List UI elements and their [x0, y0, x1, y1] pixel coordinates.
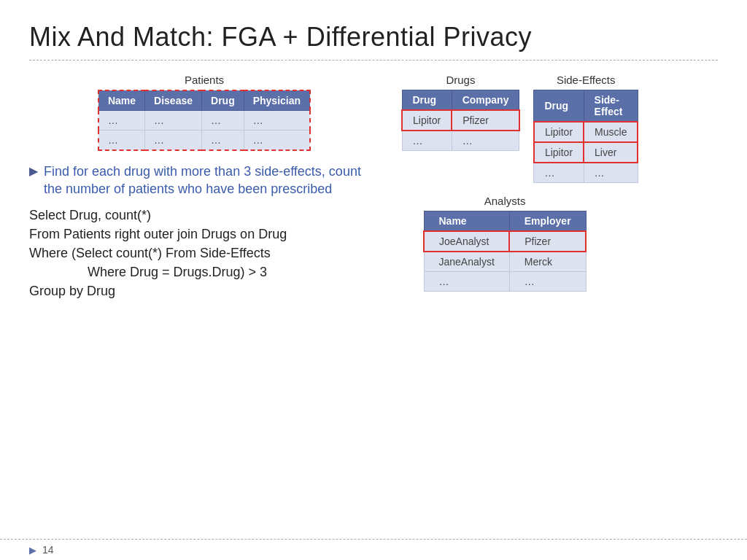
content-area: Patients Name Disease Drug Physician …	[29, 74, 718, 300]
cell: …	[584, 163, 638, 183]
query-section: Select Drug, count(*) From Patients righ…	[29, 206, 379, 300]
analysts-label: Analysts	[484, 195, 526, 207]
cell: …	[98, 111, 145, 131]
slide-title: Mix And Match: FGA + Differential Privac…	[29, 22, 718, 52]
analysts-col-employer: Employer	[509, 211, 586, 232]
cell: Merck	[509, 252, 586, 272]
cell: …	[534, 163, 584, 183]
table-row: … …	[402, 131, 519, 151]
patients-col-physician: Physician	[244, 90, 310, 111]
cell: …	[424, 272, 509, 292]
cell: …	[145, 111, 202, 131]
patients-table: Name Disease Drug Physician … … … …	[98, 90, 311, 151]
analysts-table: Name Employer JoeAnalyst Pfizer JaneAnal…	[423, 211, 587, 292]
side-effects-table: Drug Side-Effect Lipitor Muscle Lipitor	[533, 90, 639, 183]
table-row: … … … …	[98, 111, 310, 131]
cell: Lipitor	[402, 110, 452, 131]
side-effects-group: Side-Effects Drug Side-Effect Lipitor Mu…	[533, 74, 639, 183]
slide-number: 14	[42, 544, 54, 556]
right-section: Drugs Drug Company Lipitor Pfizer	[401, 74, 718, 292]
table-row: JaneAnalyst Merck	[424, 252, 586, 272]
drugs-group: Drugs Drug Company Lipitor Pfizer	[401, 74, 520, 151]
table-row: Lipitor Muscle	[534, 122, 638, 142]
table-row: … …	[534, 163, 638, 183]
analysts-col-name: Name	[424, 211, 509, 232]
table-row: JoeAnalyst Pfizer	[424, 231, 586, 252]
cell: …	[402, 131, 452, 151]
query-line-3: Where (Select count(*) From Side-Effects	[29, 244, 379, 262]
table-row: … … … …	[98, 131, 310, 151]
cell: Muscle	[584, 122, 638, 142]
table-row: … …	[424, 272, 586, 292]
side-effects-label: Side-Effects	[557, 74, 616, 86]
slide: Mix And Match: FGA + Differential Privac…	[0, 0, 747, 560]
bottom-bar: ▶ 14	[0, 539, 747, 560]
patients-col-disease: Disease	[145, 90, 202, 111]
cell: …	[509, 272, 586, 292]
cell: JaneAnalyst	[424, 252, 509, 272]
query-line-5: Group by Drug	[29, 281, 379, 300]
cell: …	[202, 131, 244, 151]
table-row: Lipitor Pfizer	[402, 110, 519, 131]
cell: Lipitor	[534, 122, 584, 142]
right-tables-top: Drugs Drug Company Lipitor Pfizer	[401, 74, 718, 183]
slide-arrow-icon: ▶	[29, 545, 36, 556]
se-col-drug: Drug	[534, 90, 584, 122]
table-row: Lipitor Liver	[534, 142, 638, 163]
drugs-col-company: Company	[452, 90, 519, 111]
drugs-label: Drugs	[446, 74, 475, 86]
cell: Lipitor	[534, 142, 584, 163]
cell: Pfizer	[452, 110, 519, 131]
cell: …	[244, 131, 310, 151]
top-divider	[29, 60, 718, 61]
patients-col-drug: Drug	[202, 90, 244, 111]
bullet-text: Find for each drug with more than 3 side…	[44, 163, 379, 198]
drugs-table: Drug Company Lipitor Pfizer … …	[401, 90, 520, 151]
analysts-group: Analysts Name Employer JoeAnalyst Pfizer	[423, 195, 587, 292]
query-line-1: Select Drug, count(*)	[29, 206, 379, 225]
patients-label: Patients	[185, 74, 224, 86]
cell: …	[202, 111, 244, 131]
query-line-2: From Patients right outer join Drugs on …	[29, 225, 379, 244]
cell: …	[98, 131, 145, 151]
bullet-section: ▶ Find for each drug with more than 3 si…	[29, 163, 379, 198]
cell: …	[145, 131, 202, 151]
patients-group: Patients Name Disease Drug Physician …	[29, 74, 379, 151]
bullet-item: ▶ Find for each drug with more than 3 si…	[29, 163, 379, 198]
left-section: Patients Name Disease Drug Physician …	[29, 74, 379, 300]
cell: …	[452, 131, 519, 151]
cell: JoeAnalyst	[424, 231, 509, 252]
drugs-col-drug: Drug	[402, 90, 452, 111]
cell: …	[244, 111, 310, 131]
se-col-effect: Side-Effect	[584, 90, 638, 122]
query-line-4: Where Drug = Drugs.Drug) > 3	[29, 262, 379, 281]
cell: Liver	[584, 142, 638, 163]
bullet-arrow-icon: ▶	[29, 164, 38, 178]
patients-col-name: Name	[98, 90, 145, 111]
cell: Pfizer	[509, 231, 586, 252]
